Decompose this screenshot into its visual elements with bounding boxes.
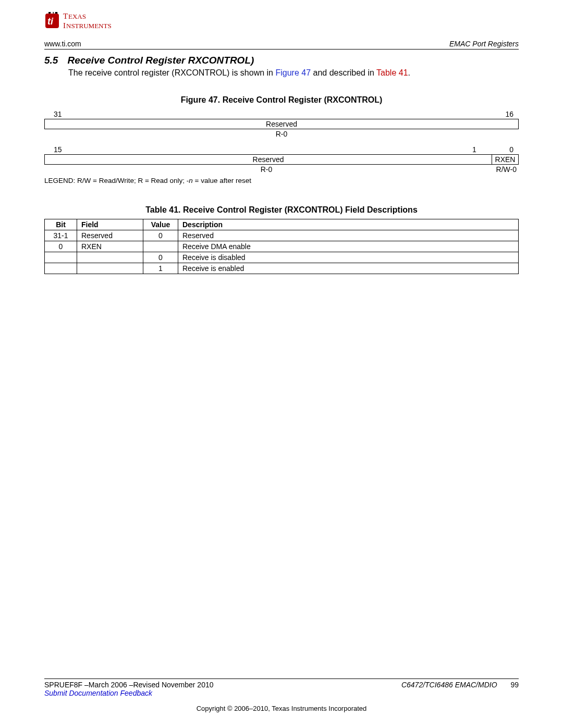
table-row: 31-1 Reserved 0 Reserved [45,230,519,241]
table-header-row: Bit Field Value Description [45,219,519,230]
bit-31: 31 [54,110,80,118]
figure-caption: Figure 47. Receive Control Register (RXC… [44,95,519,105]
feedback-link[interactable]: Submit Documentation Feedback [44,689,519,697]
table-link[interactable]: Table 41 [376,68,408,77]
header-bar: www.ti.com EMAC Port Registers [44,40,519,50]
copyright: Copyright © 2006–2010, Texas Instruments… [44,705,519,712]
bit-1: 1 [461,145,487,154]
hdr-field: Field [77,219,143,230]
table-row: 0 Receive is disabled [45,252,519,263]
hdr-description: Description [178,219,519,230]
footer-docname: C6472/TCI6486 EMAC/MDIO [401,681,497,689]
register-figure: 31 16 Reserved R-0 15 1 0 Reserved RXEN … [44,110,519,184]
hdr-value: Value [143,219,178,230]
hdr-bit: Bit [45,219,77,230]
footer-page-number: 99 [510,681,519,689]
attr-rw0: R/W-0 [488,165,519,174]
footer-docid: SPRUEF8F –March 2006 –Revised November 2… [44,681,214,689]
table-caption: Table 41. Receive Control Register (RXCO… [44,205,519,215]
table-row: 1 Receive is enabled [45,263,519,274]
figure-link[interactable]: Figure 47 [275,68,311,77]
svg-text:ti: ti [47,16,54,27]
header-section: EMAC Port Registers [449,40,519,48]
bit-0: 0 [487,145,513,154]
field-description-table: Bit Field Value Description 31-1 Reserve… [44,219,519,274]
rxen-field: RXEN [492,155,518,164]
svg-text:T: T [63,12,68,20]
bit-15: 15 [54,145,80,154]
page-footer: SPRUEF8F –March 2006 –Revised November 2… [44,678,519,712]
svg-text:NSTRUMENTS: NSTRUMENTS [66,22,112,30]
header-url[interactable]: www.ti.com [44,40,81,48]
ti-logo: T EXAS I NSTRUMENTS ti [44,10,519,32]
attr-r0-high: R-0 [44,130,519,138]
intro-text: The receive control register (RXCONTROL)… [68,68,519,78]
svg-text:I: I [63,21,66,30]
svg-text:EXAS: EXAS [68,13,86,20]
section-heading: 5.5 Receive Control Register RXCONTROL) [44,55,519,66]
bit-16: 16 [487,110,513,118]
table-row: 0 RXEN Receive DMA enable [45,241,519,252]
reserved-field-31-16: Reserved [44,119,519,129]
attr-r0-low: R-0 [44,165,488,174]
reserved-field-15-1: Reserved [45,155,492,164]
legend: LEGEND: R/W = Read/Write; R = Read only;… [44,177,519,184]
section-number: 5.5 [44,55,58,66]
section-title: Receive Control Register RXCONTROL) [67,55,254,66]
